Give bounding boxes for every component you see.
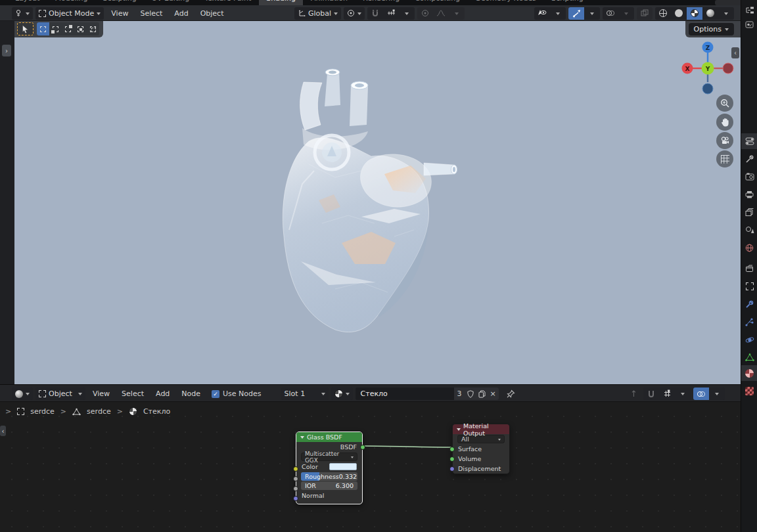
workspace-tab-shading[interactable]: Shading [259,0,303,5]
transform-orientation-dropdown[interactable]: Global [294,7,341,20]
options-button[interactable]: Options [689,23,734,35]
node-overlays-dropdown[interactable] [709,388,725,400]
new-material-button[interactable] [476,388,488,400]
viewport-editor-type-button[interactable] [12,7,33,20]
zoom-button[interactable] [716,95,733,112]
outliner-fragment[interactable] [741,3,757,18]
color-swatch[interactable] [329,463,357,470]
node-menu-view[interactable]: View [88,389,114,398]
pin-button[interactable] [507,389,515,398]
node-material-output[interactable]: Material Output All Surface Volume Displ… [452,424,510,474]
properties-tab-render[interactable] [741,169,757,185]
properties-tab-texture[interactable] [741,383,757,399]
menu-add[interactable]: Add [170,9,193,18]
node-overlays-toggle[interactable] [693,388,709,400]
node-glass-bsdf[interactable]: Glass BSDF BSDF Multiscatter GGX Color R… [296,432,363,504]
socket-volume-input[interactable] [449,456,455,462]
shading-dropdown[interactable] [718,7,734,20]
shading-material-preview-button[interactable] [687,7,702,20]
socket-normal-input[interactable] [293,496,298,501]
properties-tab-output[interactable] [741,187,757,202]
viewport-3d[interactable]: › Options Z [0,21,741,384]
mode-dropdown[interactable]: Object Mode [35,7,104,20]
use-nodes-checkbox[interactable]: ✓ [212,390,219,398]
properties-editor-button[interactable] [741,133,757,149]
toolbar-toggle[interactable]: › [2,45,11,56]
socket-roughness-input[interactable] [293,476,298,481]
shading-wireframe-button[interactable] [655,7,671,20]
workspace-tab-modeling[interactable]: Modeling [47,0,95,5]
shading-solid-button[interactable] [671,7,687,20]
node-snap-toggle[interactable] [643,388,659,400]
unlink-material-button[interactable]: × [488,388,499,400]
sidebar-toggle[interactable]: ‹ [731,47,739,58]
ior-slider[interactable]: IOR 6.300 [301,481,357,490]
active-tool-button[interactable] [17,22,34,35]
socket-displacement-input[interactable] [449,466,455,472]
socket-bsdf-output[interactable] [360,445,365,450]
select-mode-intersect-button[interactable] [87,22,99,35]
material-browse-button[interactable] [331,388,353,400]
workspace-tab-texture-paint[interactable]: Texture Paint [197,0,258,5]
shader-editor-type-button[interactable] [12,388,33,400]
collapse-chevron-icon[interactable] [457,428,461,433]
gizmo-z-negative[interactable] [702,83,713,94]
properties-tab-physics[interactable] [741,332,757,347]
pan-button[interactable] [716,114,733,131]
breadcrumb-toggle[interactable]: > [5,407,11,416]
material-name-field[interactable]: Стекло [356,388,454,400]
select-mode-extend-button[interactable] [49,22,62,35]
workspace-tab-rendering[interactable]: Rendering [356,0,407,5]
snap-target-button[interactable] [383,7,399,20]
shading-rendered-button[interactable] [702,7,718,20]
workspace-tab-compositing[interactable]: Compositing [407,0,467,5]
properties-tab-object[interactable] [741,278,757,294]
properties-tab-world[interactable] [741,240,757,255]
overlays-dropdown[interactable] [618,7,634,20]
fake-user-button[interactable] [465,388,476,400]
proportional-falloff-button[interactable] [433,7,449,20]
shader-type-dropdown[interactable]: Object [35,388,85,400]
gizmos-toggle-button[interactable] [568,7,584,20]
node-menu-add[interactable]: Add [151,389,174,398]
workspace-tab-scripting[interactable]: Scripting [544,0,591,5]
workspace-tab-sculpting[interactable]: Sculpting [95,0,143,5]
workspace-tab-uv-editing[interactable]: UV Editing [145,0,196,5]
socket-color-input[interactable] [293,466,298,472]
slot-dropdown[interactable]: Slot 1 [281,388,329,400]
workspace-tab-geometry-nodes[interactable]: Geometry Nodes [468,0,543,5]
use-nodes-toggle[interactable]: ✓ Use Nodes [212,389,262,398]
snap-dropdown-button[interactable] [399,7,415,20]
breadcrumb-material[interactable]: Стекло [143,407,170,416]
workspace-tab-layout[interactable]: Layout [8,0,47,5]
material-users-button[interactable]: 3 [454,388,465,400]
proportional-editing-button[interactable] [417,7,433,20]
navigation-gizmo[interactable]: Z X Y [681,41,735,95]
camera-view-button[interactable] [716,132,733,149]
select-mode-invert-button[interactable] [74,22,87,35]
outliner-filter-fragment[interactable] [741,17,757,33]
snap-toggle-button[interactable] [367,7,383,20]
breadcrumb-mesh[interactable]: serdce [87,407,111,416]
select-mode-subtract-button[interactable] [62,22,74,35]
node-menu-node[interactable]: Node [177,389,205,398]
menu-select[interactable]: Select [135,9,167,18]
properties-tab-particles[interactable] [741,314,757,330]
xray-toggle-button[interactable] [637,7,653,20]
properties-tab-modifiers[interactable] [741,296,757,312]
properties-tab-view-layer[interactable] [741,204,757,220]
orthographic-toggle-button[interactable] [716,150,733,167]
gizmos-dropdown[interactable] [584,7,600,20]
show-object-types-button[interactable] [534,7,550,20]
node-menu-select[interactable]: Select [117,389,149,398]
node-snap-dropdown[interactable] [675,388,691,400]
canvas-left-toggle[interactable]: ‹ [0,426,6,436]
properties-tab-tool[interactable] [741,151,757,167]
pivot-point-dropdown[interactable] [344,7,365,20]
overlays-toggle-button[interactable] [603,7,618,20]
gizmo-x-negative[interactable] [723,63,733,74]
glass-bsdf-header[interactable]: Glass BSDF [296,432,362,442]
glass-heart-model[interactable] [263,66,499,338]
properties-tab-collection[interactable] [741,261,757,277]
material-output-header[interactable]: Material Output [453,424,509,434]
